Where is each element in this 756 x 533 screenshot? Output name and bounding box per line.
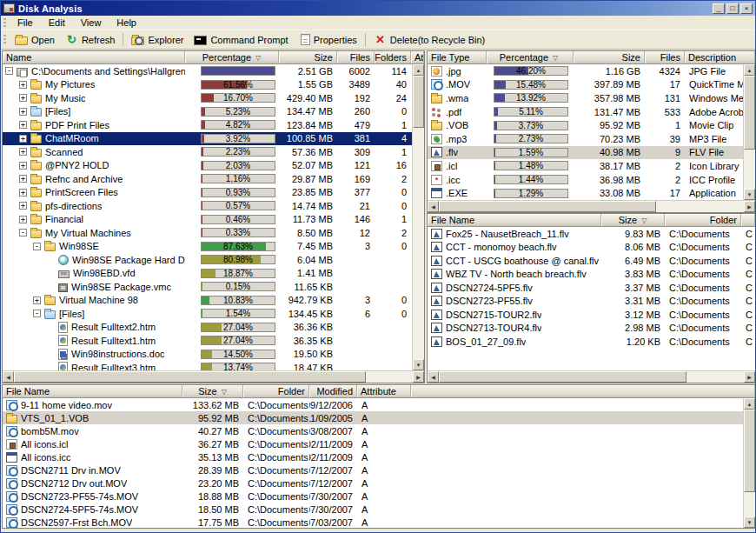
- toolbar-button-delete-to-recycle-bin-[interactable]: ✕Delete(to Recycle Bin): [368, 31, 490, 48]
- file-type-row[interactable]: .EXE1.29%33.08 MB17Application: [428, 186, 743, 200]
- tree-row[interactable]: +ChatMRoom3.92%100.85 MB3814: [3, 132, 412, 146]
- tree-row[interactable]: Win98instructions.doc14.50%19.50 KB: [3, 348, 412, 362]
- tree-row[interactable]: -C:\Documents and Settings\Hallgren\My D…: [3, 64, 412, 78]
- expand-icon[interactable]: +: [19, 121, 27, 129]
- file-row[interactable]: DSCN2715-TOUR2.flv3.12 MBC:\DocumentsC: [428, 308, 755, 322]
- tree-row[interactable]: +PDF Print Files4.82%123.84 MB4791: [3, 118, 412, 132]
- scroll-right-icon[interactable]: ▶: [413, 371, 424, 383]
- file-row[interactable]: CCT - monomoy beach.flv8.06 MBC:\Documen…: [428, 241, 755, 255]
- tree-row[interactable]: -My Virtual Machines0.33%8.50 MB122: [3, 226, 412, 240]
- column-header-description[interactable]: Description: [685, 51, 755, 63]
- column-header-att[interactable]: Att: [411, 51, 424, 63]
- expand-icon[interactable]: +: [19, 148, 27, 156]
- expand-icon[interactable]: +: [19, 81, 27, 89]
- column-header-percentage[interactable]: Percentage▽: [185, 51, 279, 63]
- toolbar-button-properties[interactable]: Properties: [294, 31, 362, 48]
- expand-icon[interactable]: +: [19, 189, 27, 197]
- expand-icon[interactable]: +: [19, 162, 27, 170]
- tree-row[interactable]: Win98SE Package Hard Disk.vl80.98%6.04 M…: [3, 253, 412, 267]
- close-button[interactable]: ×: [740, 3, 753, 14]
- file-type-row[interactable]: .MOV15.48%397.89 MB17QuickTime Movie: [428, 78, 743, 92]
- scroll-down-icon[interactable]: ▼: [413, 359, 424, 370]
- bottom-file-row[interactable]: DSCN2597-Frst Bch.MOV17.75 MBC:\Document…: [3, 516, 743, 528]
- expand-icon[interactable]: +: [19, 108, 27, 116]
- tree-horizontal-scrollbar[interactable]: ◀ ▶: [3, 370, 424, 383]
- bottom-file-row[interactable]: DSCN2723-PF55-74s.MOV18.88 MBC:\Document…: [3, 490, 743, 503]
- collapse-icon[interactable]: -: [19, 229, 27, 237]
- scroll-up-icon[interactable]: ▲: [413, 64, 424, 76]
- expand-icon[interactable]: +: [19, 94, 27, 102]
- bottom-vertical-scrollbar[interactable]: ▲ ▼: [743, 398, 755, 528]
- column-header-folder[interactable]: Folder: [243, 385, 309, 397]
- tree-row[interactable]: +[Files]5.23%134.47 MB2600: [3, 105, 412, 119]
- tree-vertical-scrollbar[interactable]: ▲ ▼: [412, 64, 424, 370]
- file-row[interactable]: DSCN2724-5PF5.flv3.37 MBC:\DocumentsC: [428, 281, 755, 295]
- filetype-horizontal-scrollbar[interactable]: ◀ ▶: [428, 200, 755, 212]
- scroll-right-icon[interactable]: ▶: [744, 201, 755, 212]
- tree-row[interactable]: Result Fulltext1.htm27.04%36.35 KB: [3, 334, 412, 348]
- file-type-row[interactable]: .flv1.59%40.98 MB9FLV File: [428, 146, 743, 160]
- scroll-down-icon[interactable]: ▼: [744, 189, 755, 200]
- tree-row[interactable]: -Win98SE87.63%7.45 MB30: [3, 240, 412, 254]
- bottom-file-row[interactable]: DSCN2711 Drv in.MOV28.39 MBC:\Documents0…: [3, 463, 743, 476]
- expand-icon[interactable]: +: [19, 135, 27, 143]
- scroll-right-icon[interactable]: ▶: [744, 371, 755, 383]
- column-header-folders[interactable]: Folders: [375, 51, 411, 63]
- bottom-file-row[interactable]: DSCN2724-5PF5-74s.MOV18.50 MBC:\Document…: [3, 503, 743, 516]
- expand-icon[interactable]: +: [19, 175, 27, 183]
- column-header-size[interactable]: Size▽: [601, 214, 665, 226]
- collapse-icon[interactable]: -: [33, 243, 41, 250]
- column-header-files[interactable]: Files: [337, 51, 375, 63]
- menu-item-help[interactable]: Help: [109, 17, 144, 29]
- collapse-icon[interactable]: -: [5, 67, 13, 75]
- menu-item-edit[interactable]: Edit: [41, 17, 73, 29]
- filetype-vertical-scrollbar[interactable]: ▲ ▼: [743, 64, 755, 200]
- file-type-row[interactable]: .wma13.92%357.98 MB131Windows Media: [428, 91, 743, 105]
- file-row[interactable]: BOS_01_27_09.flv1.20 KBC:\DocumentsC: [428, 335, 755, 349]
- bottom-file-row[interactable]: VTS_01_1.VOB95.92 MBC:\Documents11/09/20…: [3, 411, 743, 424]
- tree-row[interactable]: +Financial0.46%11.73 MB1461: [3, 213, 412, 227]
- bottom-file-row[interactable]: DSCN2712 Drv out.MOV23.20 MBC:\Documents…: [3, 476, 743, 490]
- expand-icon[interactable]: +: [33, 296, 41, 304]
- menu-item-view[interactable]: View: [73, 17, 109, 29]
- scroll-up-icon[interactable]: ▲: [744, 64, 755, 76]
- column-header-truncated[interactable]: [741, 214, 755, 226]
- column-header-files[interactable]: Files: [645, 51, 685, 63]
- expand-icon[interactable]: +: [19, 202, 27, 210]
- file-type-row[interactable]: .icc1.44%36.98 MB2ICC Profile: [428, 173, 743, 187]
- menu-item-file[interactable]: File: [10, 17, 41, 29]
- bottom-file-row[interactable]: All icons.icl36.27 MBC:\Documents02/11/2…: [3, 437, 743, 450]
- column-header-file-type[interactable]: File Type: [428, 51, 487, 63]
- file-row[interactable]: DSCN2723-PF55.flv3.31 MBC:\DocumentsC: [428, 295, 755, 309]
- bottom-file-row[interactable]: All icons.icc35.13 MBC:\Documents02/11/2…: [3, 450, 743, 463]
- tree-row[interactable]: +@PNY2 HOLD2.03%52.07 MB12116: [3, 159, 412, 173]
- scroll-left-icon[interactable]: ◀: [3, 371, 14, 383]
- file-row[interactable]: CCT - USCG boathouse @ canal.flv6.49 MBC…: [428, 254, 755, 268]
- column-header-size[interactable]: Size: [574, 51, 645, 63]
- maximize-button[interactable]: □: [726, 3, 739, 14]
- scroll-up-icon[interactable]: ▲: [744, 398, 755, 410]
- file-row[interactable]: DSCN2713-TOUR4.flv2.98 MBC:\DocumentsC: [428, 322, 755, 336]
- bottom-file-row[interactable]: 9-11 home video.mov133.62 MBC:\Documents…: [3, 398, 743, 411]
- expand-icon[interactable]: +: [19, 216, 27, 223]
- tree-row[interactable]: +My Music16.70%429.40 MB19224: [3, 91, 412, 105]
- bottom-file-row[interactable]: bomb5M.mov40.27 MBC:\Documents03/08/2007…: [3, 424, 743, 437]
- toolbar-button-explorer[interactable]: Explorer: [126, 31, 189, 48]
- file-type-row[interactable]: .VOB3.73%95.92 MB1Movie Clip: [428, 118, 743, 132]
- file-type-row[interactable]: .icl1.48%38.17 MB2Icon Library: [428, 159, 743, 173]
- minimize-button[interactable]: _: [713, 3, 725, 14]
- column-header-attribute[interactable]: Attribute: [357, 385, 411, 397]
- tree-row[interactable]: Win98EBD.vfd18.87%1.41 MB: [3, 267, 412, 281]
- file-type-row[interactable]: .pdf5.11%131.47 MB533Adobe Acrobat: [428, 105, 743, 119]
- collapse-icon[interactable]: -: [33, 310, 41, 317]
- toolbar-button-refresh[interactable]: ↻Refresh: [60, 31, 121, 48]
- file-row[interactable]: WBZ TV - North beach breach.flv3.83 MBC:…: [428, 268, 755, 282]
- tree-row[interactable]: Result Fulltext2.htm27.04%36.36 KB: [3, 321, 412, 335]
- column-header-file-name[interactable]: File Name: [428, 214, 601, 226]
- tree-row[interactable]: Win98SE Package.vmc0.15%11.65 KB: [3, 280, 412, 294]
- toolbar-button-open[interactable]: Open: [10, 31, 60, 48]
- column-header-percentage[interactable]: Percentage▽: [487, 51, 574, 63]
- toolbar-button-command-prompt[interactable]: Command Prompt: [189, 31, 293, 48]
- file-row[interactable]: Fox25 - NausetBreach_11.flv9.83 MBC:\Doc…: [428, 227, 755, 241]
- column-header-size[interactable]: Size: [279, 51, 337, 63]
